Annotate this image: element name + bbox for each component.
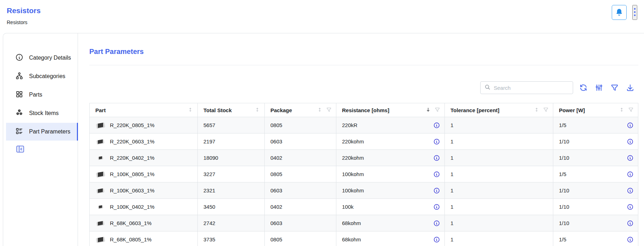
part-cell[interactable]: R_100K_0805_1% bbox=[90, 166, 198, 182]
package-cell: 0805 bbox=[265, 117, 336, 133]
power-value: 1/5 bbox=[559, 236, 627, 242]
info-circle-icon bbox=[15, 53, 23, 63]
power-value: 1/5 bbox=[559, 122, 627, 128]
column-filter-icon[interactable] bbox=[628, 107, 634, 114]
info-icon[interactable] bbox=[627, 220, 634, 227]
topbar-actions bbox=[612, 5, 637, 20]
part-cell[interactable]: R_220K_0603_1% bbox=[90, 133, 198, 150]
part-name: R_100K_0805_1% bbox=[110, 171, 155, 177]
table-row[interactable]: R_100K_0805_1%32270805100kohm11/5 bbox=[90, 166, 638, 182]
menu-button[interactable] bbox=[632, 5, 637, 20]
table-row[interactable]: R_100K_0603_1%23210603100kohm11/10 bbox=[90, 182, 638, 199]
sort-icon[interactable] bbox=[619, 107, 625, 114]
power-value: 1/10 bbox=[559, 187, 627, 193]
tolerance-value: 1 bbox=[450, 187, 453, 193]
info-icon[interactable] bbox=[627, 187, 634, 194]
sidebar-item-part-parameters[interactable]: Part Parameters bbox=[6, 123, 78, 141]
resistance-value: 100kohm bbox=[342, 171, 433, 177]
column-filter-icon[interactable] bbox=[543, 107, 549, 114]
tolerance-value: 1 bbox=[450, 155, 453, 161]
table-row[interactable]: R_220K_0805_1%56570805220kR11/5 bbox=[90, 117, 638, 133]
part-cell[interactable]: R_68K_0603_1% bbox=[90, 215, 198, 231]
sidebar-item-subcategories[interactable]: Subcategories bbox=[6, 67, 78, 85]
sidebar-item-label: Parts bbox=[29, 92, 42, 98]
part-cell[interactable]: R_100K_0603_1% bbox=[90, 182, 198, 199]
info-icon[interactable] bbox=[627, 203, 634, 211]
power-cell: 1/10 bbox=[553, 133, 638, 150]
list-details-icon bbox=[15, 127, 23, 137]
table-row[interactable]: R_68K_0805_1%3735080568kohm11/5 bbox=[90, 231, 638, 246]
part-thumbnail bbox=[95, 153, 105, 163]
tolerance-cell: 1 bbox=[445, 117, 553, 133]
column-filter-icon[interactable] bbox=[435, 107, 440, 114]
download-icon bbox=[626, 88, 634, 93]
column-header-part[interactable]: Part bbox=[90, 103, 198, 117]
total-stock-cell: 5657 bbox=[198, 117, 265, 133]
info-icon[interactable] bbox=[627, 171, 634, 178]
info-icon[interactable] bbox=[433, 154, 440, 162]
info-icon[interactable] bbox=[433, 236, 440, 243]
info-icon[interactable] bbox=[433, 187, 440, 194]
sidebar-item-category-details[interactable]: Category Details bbox=[6, 49, 78, 67]
section-title: Part Parameters bbox=[89, 47, 638, 56]
info-icon[interactable] bbox=[433, 122, 440, 129]
table-row[interactable]: R_220K_0402_1%180900402220kohm11/10 bbox=[90, 150, 638, 166]
power-value: 1/10 bbox=[559, 138, 627, 144]
power-value: 1/10 bbox=[559, 204, 627, 210]
column-settings-button[interactable] bbox=[595, 83, 603, 92]
info-icon[interactable] bbox=[433, 203, 440, 211]
search-icon bbox=[484, 84, 491, 92]
info-icon[interactable] bbox=[433, 138, 440, 145]
part-cell[interactable]: R_100K_0402_1% bbox=[90, 199, 198, 215]
part-cell[interactable]: R_220K_0805_1% bbox=[90, 117, 198, 133]
table-row[interactable]: R_220K_0603_1%21970603220kohm11/10 bbox=[90, 133, 638, 150]
sort-icon[interactable] bbox=[317, 107, 323, 114]
info-icon[interactable] bbox=[627, 138, 634, 145]
column-header-resistance[interactable]: Resistance [ohms] bbox=[336, 103, 445, 117]
table-row[interactable]: R_68K_0603_1%2742060368kohm11/10 bbox=[90, 215, 638, 231]
column-header-power[interactable]: Power [W] bbox=[553, 103, 638, 117]
info-icon[interactable] bbox=[627, 154, 634, 162]
page-title: Resistors bbox=[7, 6, 644, 15]
package-value: 0805 bbox=[270, 122, 282, 128]
package-value: 0402 bbox=[270, 155, 282, 161]
dots-vertical-icon bbox=[633, 7, 637, 18]
search-input[interactable] bbox=[494, 85, 569, 91]
table-row[interactable]: R_100K_0402_1%34500402100k11/10 bbox=[90, 199, 638, 215]
part-name: R_68K_0603_1% bbox=[110, 220, 152, 226]
total-stock-value: 2197 bbox=[203, 138, 215, 144]
info-icon[interactable] bbox=[433, 220, 440, 227]
sort-icon[interactable] bbox=[187, 107, 193, 114]
sidebar-item-parts[interactable]: Parts bbox=[6, 86, 78, 104]
sidebar-collapse-button[interactable] bbox=[15, 144, 25, 154]
filter-button[interactable] bbox=[610, 83, 619, 92]
column-filter-icon[interactable] bbox=[326, 107, 332, 114]
category-panel: Category Details Subcategories Parts bbox=[3, 33, 644, 246]
part-thumbnail bbox=[95, 202, 105, 212]
package-value: 0603 bbox=[270, 187, 282, 193]
package-value: 0805 bbox=[270, 171, 282, 177]
download-button[interactable] bbox=[626, 83, 634, 92]
sidebar-item-stock-items[interactable]: Stock Items bbox=[6, 104, 78, 122]
notifications-button[interactable] bbox=[612, 5, 627, 20]
total-stock-value: 3227 bbox=[203, 171, 215, 177]
part-cell[interactable]: R_220K_0402_1% bbox=[90, 150, 198, 166]
sort-desc-icon[interactable] bbox=[425, 107, 431, 114]
column-header-tolerance[interactable]: Tolerance [percent] bbox=[445, 103, 553, 117]
column-header-package[interactable]: Package bbox=[265, 103, 336, 117]
refresh-button[interactable] bbox=[579, 83, 588, 92]
breadcrumb[interactable]: Resistors bbox=[7, 20, 644, 25]
info-icon[interactable] bbox=[627, 122, 634, 129]
search-box bbox=[480, 81, 573, 94]
column-header-total-stock[interactable]: Total Stock bbox=[198, 103, 265, 117]
resistance-cell: 220kR bbox=[336, 117, 445, 133]
sort-icon[interactable] bbox=[254, 107, 260, 114]
info-icon[interactable] bbox=[627, 236, 634, 243]
part-cell[interactable]: R_68K_0805_1% bbox=[90, 231, 198, 246]
sidebar-item-label: Part Parameters bbox=[29, 129, 70, 135]
info-icon[interactable] bbox=[433, 171, 440, 178]
power-cell: 1/5 bbox=[553, 166, 638, 182]
content-area: Part Parameters bbox=[78, 33, 644, 246]
sort-icon[interactable] bbox=[534, 107, 539, 114]
top-header: Resistors Resistors bbox=[0, 0, 644, 33]
